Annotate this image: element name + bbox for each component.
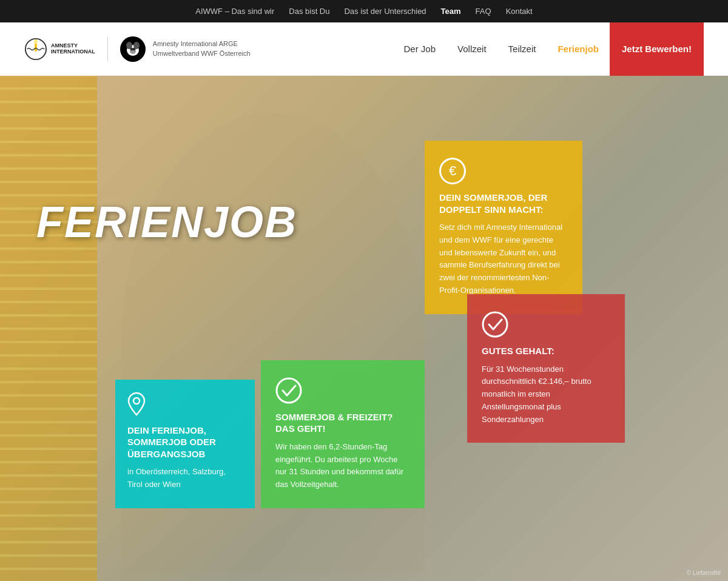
svg-point-12: [277, 378, 301, 403]
nav-vollzeit[interactable]: Vollzeit: [447, 22, 497, 76]
nav-teilzeit[interactable]: Teilzeit: [497, 22, 547, 76]
bg-yellow-slats: [0, 76, 97, 581]
box-ferienjob-location: DEIN FERIENJOB, SOMMERJOB ODER ÜBERGANGS…: [115, 380, 255, 508]
box-freizeit: SOMMERJOB & FREIZEIT? DAS GEHT! Wir habe…: [261, 360, 425, 508]
location-icon: [127, 392, 243, 418]
amnesty-logo-icon: [24, 38, 47, 61]
top-navigation: AIWWF – Das sind wir Das bist Du Das ist…: [0, 0, 728, 22]
amnesty-logo: AMNESTYINTERNATIONAL: [24, 38, 95, 61]
logo-divider: [107, 37, 108, 61]
nav-der-job[interactable]: Der Job: [393, 22, 447, 76]
top-nav-unterschied[interactable]: Das ist der Unterschied: [344, 7, 426, 16]
logo-text: Amnesty International ARGE Umweltverband…: [153, 39, 251, 58]
svg-point-11: [483, 312, 507, 337]
top-nav-faq[interactable]: FAQ: [476, 7, 491, 16]
amnesty-text: AMNESTYINTERNATIONAL: [51, 43, 95, 55]
apply-button[interactable]: Jetzt Bewerben!: [610, 22, 704, 76]
sommerjob-text: Setz dich mit Amnesty International und …: [439, 221, 568, 297]
top-nav-kontakt[interactable]: Kontakt: [506, 7, 533, 16]
freizeit-text: Wir haben den 6,2-Stunden-Tag eingeführt…: [275, 441, 410, 491]
wwf-logo: [120, 36, 146, 62]
svg-point-13: [133, 398, 140, 404]
copyright: © Liebemitte: [687, 569, 721, 576]
box-gehalt: GUTES GEHALT: Für 31 Wochenstunden durch…: [467, 294, 625, 443]
top-nav-das-bist-du[interactable]: Das bist Du: [289, 7, 329, 16]
location-text: in Oberösterreich, Salzburg, Tirol oder …: [127, 466, 243, 491]
gehalt-title: GUTES GEHALT:: [482, 345, 610, 357]
nav-ferienjob[interactable]: Ferienjob: [547, 22, 610, 76]
location-title: DEIN FERIENJOB, SOMMERJOB ODER ÜBERGANGS…: [127, 425, 243, 460]
euro-icon: €: [439, 158, 466, 184]
check-icon-freizeit: [275, 377, 302, 404]
logo-area: AMNESTYINTERNATIONAL Amnesty Internation…: [24, 36, 251, 62]
hero-section: FERIENJOB € DEIN SOMMERJOB, DER DOPPELT …: [0, 76, 728, 581]
top-nav-team[interactable]: Team: [441, 7, 461, 16]
svg-point-1: [34, 39, 38, 44]
freizeit-title: SOMMERJOB & FREIZEIT? DAS GEHT!: [275, 411, 410, 435]
sommerjob-title: DEIN SOMMERJOB, DER DOPPELT SINN MACHT:: [439, 192, 568, 215]
main-nav: Der Job Vollzeit Teilzeit Ferienjob Jetz…: [393, 22, 704, 76]
main-header: AMNESTYINTERNATIONAL Amnesty Internation…: [0, 22, 728, 76]
svg-point-9: [132, 47, 135, 50]
check-icon-gehalt: [482, 311, 508, 338]
top-nav-aiwwf[interactable]: AIWWF – Das sind wir: [195, 7, 274, 16]
gehalt-text: Für 31 Wochenstunden durchschnittlich €2…: [482, 363, 610, 426]
box-sommerjob: € DEIN SOMMERJOB, DER DOPPELT SINN MACHT…: [425, 141, 582, 314]
hero-title: FERIENJOB: [36, 197, 297, 247]
